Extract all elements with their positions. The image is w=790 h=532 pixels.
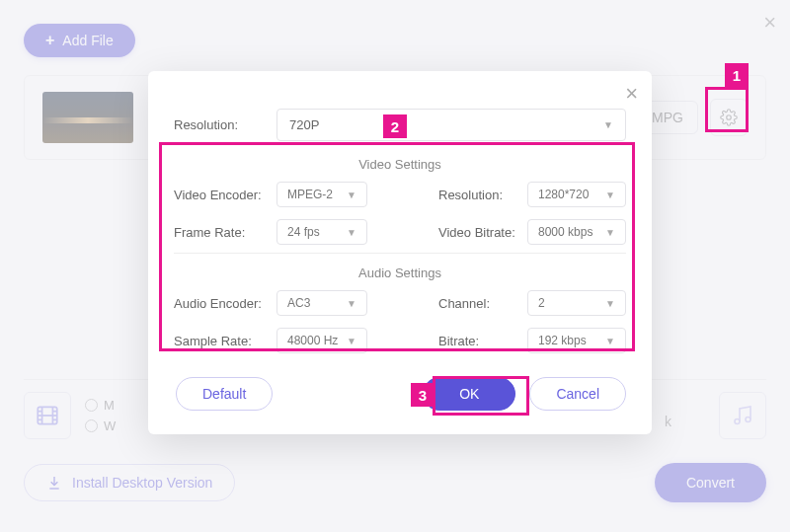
- audio-encoder-select[interactable]: AC3 ▼: [276, 290, 367, 316]
- modal-close-icon[interactable]: ×: [625, 81, 638, 107]
- chevron-down-icon: ▼: [605, 336, 615, 346]
- ok-button[interactable]: OK: [423, 377, 515, 411]
- resolution-preset-value: 720P: [289, 117, 319, 132]
- channel-label: Channel:: [438, 296, 527, 311]
- default-button[interactable]: Default: [176, 377, 273, 411]
- audio-encoder-label: Audio Encoder:: [174, 296, 276, 311]
- video-resolution-label: Resolution:: [438, 188, 527, 202]
- video-bitrate-select[interactable]: 8000 kbps ▼: [527, 219, 626, 245]
- sample-rate-value: 48000 Hz: [287, 334, 338, 347]
- app-window: × + Add File MPG: [0, 0, 790, 532]
- ok-button-label: OK: [459, 386, 479, 402]
- audio-settings-grid: Audio Encoder: AC3 ▼ Channel: 2 ▼ Sample…: [174, 290, 626, 353]
- chevron-down-icon: ▼: [347, 336, 356, 346]
- resolution-preset-select[interactable]: 720P ▼: [276, 109, 626, 141]
- video-encoder-value: MPEG-2: [287, 188, 333, 201]
- chevron-down-icon: ▼: [603, 119, 613, 130]
- settings-modal: × Resolution: 720P ▼ Video Settings Vide…: [148, 71, 652, 434]
- chevron-down-icon: ▼: [347, 227, 356, 238]
- video-encoder-label: Video Encoder:: [174, 188, 276, 202]
- sample-rate-select[interactable]: 48000 Hz ▼: [276, 328, 367, 353]
- channel-value: 2: [538, 296, 545, 310]
- chevron-down-icon: ▼: [347, 298, 356, 309]
- chevron-down-icon: ▼: [347, 190, 356, 200]
- audio-bitrate-label: Bitrate:: [438, 334, 527, 348]
- video-resolution-select[interactable]: 1280*720 ▼: [527, 182, 626, 207]
- chevron-down-icon: ▼: [605, 298, 615, 309]
- cancel-button-label: Cancel: [556, 386, 599, 402]
- audio-bitrate-value: 192 kbps: [538, 334, 587, 347]
- audio-bitrate-select[interactable]: 192 kbps ▼: [527, 328, 626, 353]
- audio-encoder-value: AC3: [287, 296, 310, 310]
- resolution-label: Resolution:: [174, 117, 276, 132]
- modal-button-row: Default OK Cancel: [174, 377, 626, 411]
- frame-rate-label: Frame Rate:: [174, 225, 276, 240]
- chevron-down-icon: ▼: [605, 190, 615, 200]
- divider: [174, 253, 626, 254]
- chevron-down-icon: ▼: [605, 227, 615, 238]
- video-resolution-value: 1280*720: [538, 188, 589, 201]
- cancel-button[interactable]: Cancel: [529, 377, 626, 411]
- video-settings-title: Video Settings: [174, 157, 626, 172]
- sample-rate-label: Sample Rate:: [174, 334, 276, 348]
- audio-settings-title: Audio Settings: [174, 266, 626, 280]
- video-bitrate-label: Video Bitrate:: [438, 225, 527, 240]
- frame-rate-select[interactable]: 24 fps ▼: [276, 219, 367, 245]
- frame-rate-value: 24 fps: [287, 225, 320, 239]
- video-encoder-select[interactable]: MPEG-2 ▼: [276, 182, 367, 207]
- channel-select[interactable]: 2 ▼: [527, 290, 626, 316]
- video-bitrate-value: 8000 kbps: [538, 225, 592, 239]
- default-button-label: Default: [202, 386, 246, 402]
- video-settings-grid: Video Encoder: MPEG-2 ▼ Resolution: 1280…: [174, 182, 626, 245]
